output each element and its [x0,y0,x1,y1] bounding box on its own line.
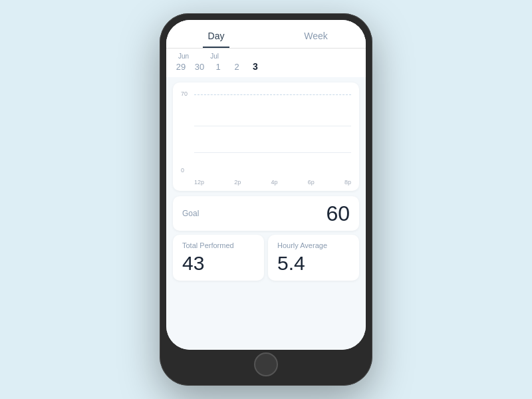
month-jun: Jun [178,53,189,60]
date-selector: Jun Jul 29 30 1 2 3 [166,49,366,77]
chart-x-labels: 12p 2p 4p 6p 8p [194,179,351,186]
date-30[interactable]: 30 [194,62,205,72]
hourly-average-label: Hourly Average [277,241,350,249]
hourly-average-value: 5.4 [277,252,350,274]
home-button[interactable] [254,352,278,376]
x-label-8p: 8p [344,179,351,186]
date-2[interactable]: 2 [231,62,242,72]
date-1[interactable]: 1 [213,62,223,72]
tab-day[interactable]: Day [166,25,266,48]
chart-inner [194,89,351,174]
x-label-4p: 4p [271,179,277,186]
goal-label: Goal [182,209,199,218]
chart-grid-line-2 [194,152,351,153]
chart-y-max: 70 [181,90,188,97]
total-performed-value: 43 [182,252,255,274]
screen-content: Day Week Jun Jul 29 30 1 2 3 [166,20,366,350]
goal-card: Goal 60 [173,196,359,231]
date-3[interactable]: 3 [250,61,261,72]
bottom-stats: Total Performed 43 Hourly Average 5.4 [173,235,359,281]
phone-device: Day Week Jun Jul 29 30 1 2 3 [160,13,372,386]
total-performed-card: Total Performed 43 [173,235,264,281]
stats-section: Goal 60 Total Performed 43 Hourly Averag… [173,196,359,281]
x-label-2p: 2p [234,179,241,186]
date-row: 29 30 1 2 3 [176,61,356,72]
phone-screen: Day Week Jun Jul 29 30 1 2 3 [166,20,366,350]
date-29[interactable]: 29 [176,62,186,72]
chart-dashed-line [194,94,351,95]
chart-grid-line-1 [194,126,351,126]
chart-y-min: 0 [181,167,184,174]
goal-value: 60 [326,203,350,224]
month-jul: Jul [210,53,219,60]
month-labels: Jun Jul [176,53,356,60]
tab-week[interactable]: Week [266,25,366,48]
x-label-6p: 6p [308,179,315,186]
total-performed-label: Total Performed [182,241,255,249]
chart-card: 70 0 12p 2p 4p 6p 8p [173,82,359,191]
hourly-average-card: Hourly Average 5.4 [268,235,359,281]
x-label-12p: 12p [194,179,204,186]
chart-area: 70 0 12p 2p 4p 6p 8p [181,89,351,186]
tab-bar: Day Week [166,20,366,49]
